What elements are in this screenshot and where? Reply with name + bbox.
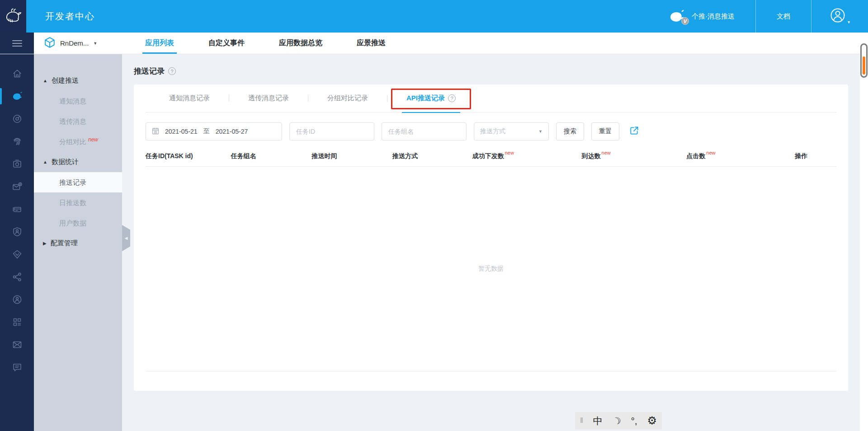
push-records-card: 通知消息记录 透传消息记录 分组对比记录 API推送记录 ? <box>134 84 848 391</box>
tab-scenario-push[interactable]: 应景推送 <box>340 33 403 54</box>
menu-item-group-compare[interactable]: 分组对比new <box>34 131 122 152</box>
tab-custom-events[interactable]: 自定义事件 <box>191 33 262 54</box>
ime-punctuation-button[interactable]: °, <box>631 416 637 426</box>
verified-badge: V <box>681 17 689 25</box>
api-records-help-icon[interactable]: ? <box>448 94 456 102</box>
rail-user-shield-icon[interactable] <box>0 220 34 243</box>
product-whale-icon: V <box>668 9 687 24</box>
collapse-icon: ◀ <box>125 236 128 240</box>
new-badge: new <box>88 136 98 143</box>
section-arrow-icon: ▶ <box>43 241 47 246</box>
tab-app-data-overview[interactable]: 应用数据总览 <box>262 33 340 54</box>
search-button[interactable]: 搜索 <box>556 122 584 141</box>
col-success-sent: 成功下发数new <box>472 152 582 160</box>
page-title-help-icon[interactable]: ? <box>168 67 176 75</box>
page-title-text: 推送记录 <box>134 66 165 76</box>
col-task-id: 任务ID(TASK id) <box>146 152 231 160</box>
task-group-input[interactable] <box>382 122 467 141</box>
hamburger-icon <box>12 40 22 41</box>
rail-push-whale-icon[interactable] <box>0 85 34 108</box>
menu-section-create-push[interactable]: ▲ 创建推送 <box>34 70 122 91</box>
main-content: 推送记录 ? 通知消息记录 透传消息记录 分组对比记录 API推送记录 <box>122 54 860 431</box>
section-label: 配置管理 <box>51 239 78 248</box>
menu-item-label: 用户数据 <box>59 219 86 227</box>
menu-section-data-stats[interactable]: ▲ 数据统计 <box>34 152 122 172</box>
menu-item-label: 通知消息 <box>59 97 86 105</box>
rail-billing-icon[interactable] <box>0 198 34 220</box>
empty-state: 暂无数据 <box>146 167 836 371</box>
topbar-right: V 个推·消息推送 文档 ▾ <box>668 0 868 33</box>
date-range-picker[interactable]: 2021-05-21 至 2021-05-27 <box>146 122 282 141</box>
date-separator: 至 <box>203 127 210 136</box>
rail-active-indicator <box>0 88 2 104</box>
card-footer-divider <box>146 371 836 382</box>
record-tab-label: API推送记录 <box>406 94 445 103</box>
app-caret-icon: ▼ <box>93 41 97 46</box>
rail-vip-diamond-icon[interactable] <box>0 243 34 266</box>
empty-state-text: 暂无数据 <box>478 265 504 273</box>
rail-fingerprint-icon[interactable] <box>0 130 34 153</box>
menu-item-push-records[interactable]: 推送记录 <box>34 172 122 192</box>
icon-rail <box>0 54 34 431</box>
menu-item-label: 透传消息 <box>59 117 86 125</box>
column-label: 推送时间 <box>311 152 337 160</box>
page-title: 推送记录 ? <box>134 66 860 76</box>
docs-link[interactable]: 文档 <box>756 0 811 33</box>
ime-moon-icon[interactable]: ☽ <box>611 415 622 426</box>
column-label: 点击数 <box>686 152 705 160</box>
export-button[interactable] <box>628 126 640 137</box>
record-tab-label: 通知消息记录 <box>169 94 210 103</box>
sidebar-toggle-button[interactable] <box>0 33 34 54</box>
screen: 开发者中心 V 个推·消息推送 文档 <box>0 0 868 431</box>
hamburger-icon-bar <box>12 46 22 47</box>
section-arrow-icon: ▲ <box>43 159 47 164</box>
rail-message-timer-icon[interactable] <box>0 175 34 198</box>
tab-app-list[interactable]: 应用列表 <box>128 33 191 54</box>
rail-share-network-icon[interactable] <box>0 266 34 288</box>
tab-notification-records[interactable]: 通知消息记录 <box>150 84 229 112</box>
reset-button[interactable]: 重置 <box>591 122 619 141</box>
rail-home-icon[interactable] <box>0 62 34 85</box>
record-tab-label: 透传消息记录 <box>248 94 289 103</box>
rail-apps-grid-icon[interactable] <box>0 311 34 333</box>
tab-api-push-records[interactable]: API推送记录 ? <box>387 84 475 112</box>
account-caret-icon: ▾ <box>848 19 850 24</box>
app-tabs: 应用列表 自定义事件 应用数据总览 应景推送 <box>128 33 403 54</box>
current-app-name: RnDem... <box>60 39 89 47</box>
product-switcher[interactable]: V 个推·消息推送 <box>668 0 755 33</box>
account-menu[interactable]: ▾ <box>811 0 868 33</box>
side-menu: ▲ 创建推送 通知消息 透传消息 分组对比new ▲ 数据统计 推送记录 日推送… <box>34 54 122 431</box>
rail-mail-icon[interactable] <box>0 333 34 356</box>
menu-section-config-management[interactable]: ▶ 配置管理 <box>34 233 122 253</box>
menu-item-daily-push-count[interactable]: 日推送数 <box>34 192 122 213</box>
app-switcher[interactable]: RnDem... ▼ <box>44 33 122 54</box>
task-id-input[interactable] <box>289 122 374 141</box>
rail-dashboard-gauge-icon[interactable] <box>0 108 34 130</box>
ime-drag-handle[interactable]: ‖ <box>580 416 583 425</box>
calendar-icon <box>152 127 159 136</box>
scrollbar-thumb[interactable] <box>860 43 868 78</box>
getui-logo[interactable] <box>0 0 26 33</box>
rail-feedback-chat-icon[interactable] <box>0 356 34 379</box>
filter-bar: 2021-05-21 至 2021-05-27 推送方式 ▼ 搜索 重置 <box>146 122 836 141</box>
ime-language-mode-button[interactable]: 中 <box>593 416 603 426</box>
date-start: 2021-05-21 <box>165 128 198 135</box>
tab-label: 应景推送 <box>357 38 386 48</box>
push-type-select[interactable]: 推送方式 ▼ <box>474 122 549 141</box>
scrollbar-track[interactable] <box>860 33 868 431</box>
new-badge: new <box>505 150 514 155</box>
rail-account-lock-icon[interactable] <box>0 288 34 311</box>
cube-icon <box>44 37 56 50</box>
menu-item-notification-message[interactable]: 通知消息 <box>34 91 122 111</box>
menu-item-label: 日推送数 <box>59 199 86 206</box>
rail-media-recorder-icon[interactable] <box>0 153 34 175</box>
product-name: 个推·消息推送 <box>692 12 735 21</box>
ime-settings-gear-icon[interactable]: ⚙ <box>647 415 657 426</box>
tab-label: 自定义事件 <box>208 38 245 48</box>
tab-passthrough-records[interactable]: 透传消息记录 <box>229 84 308 112</box>
menu-item-passthrough-message[interactable]: 透传消息 <box>34 111 122 131</box>
record-tab-label: 分组对比记录 <box>327 94 368 103</box>
tab-group-compare-records[interactable]: 分组对比记录 <box>308 84 387 112</box>
menu-item-user-data[interactable]: 用户数据 <box>34 213 122 233</box>
table-header-row: 任务ID(TASK id) 任务组名 推送时间 推送方式 成功下发数new 到达… <box>146 152 836 167</box>
